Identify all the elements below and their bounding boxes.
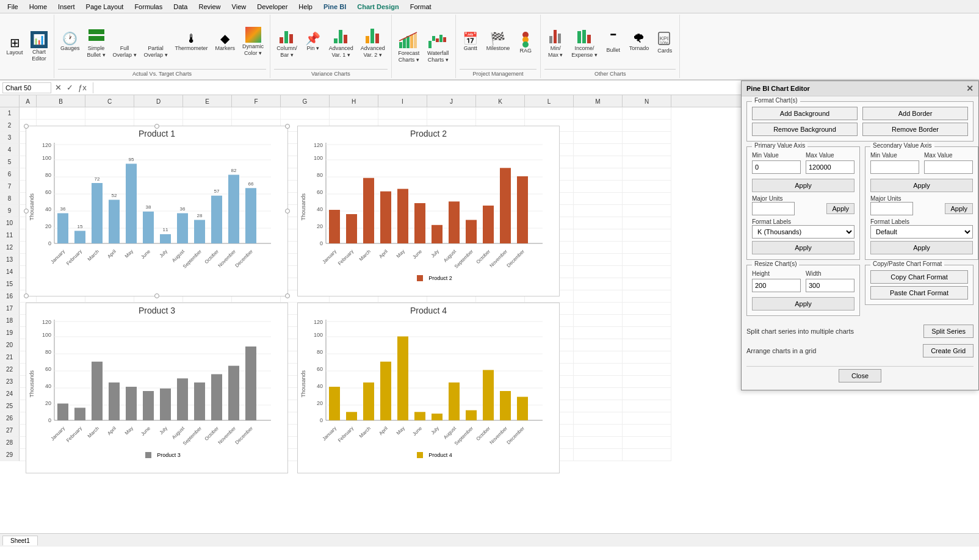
ribbon-milestone-btn[interactable]: 🏁 Milestone bbox=[484, 31, 513, 53]
ribbon-simple-bullet-btn[interactable]: SimpleBullet ▾ bbox=[85, 24, 108, 60]
ribbon-minmax-btn[interactable]: Min/Max ▾ bbox=[544, 24, 566, 60]
cell-11-n[interactable] bbox=[623, 229, 671, 242]
col-m[interactable]: M bbox=[574, 95, 623, 107]
resize-height-input[interactable] bbox=[752, 279, 801, 292]
cell-9-n[interactable] bbox=[623, 205, 671, 217]
cell-1-a[interactable] bbox=[20, 107, 37, 120]
primary-format-apply-btn[interactable]: Apply bbox=[752, 241, 854, 254]
function-btn[interactable]: ƒx bbox=[77, 83, 88, 92]
ribbon-layout-btn[interactable]: ⊞ Layout bbox=[4, 35, 26, 57]
menu-insert[interactable]: Insert bbox=[53, 2, 80, 12]
add-background-btn[interactable]: Add Background bbox=[752, 107, 858, 120]
ribbon-forecast-btn[interactable]: ForecastCharts ▾ bbox=[396, 29, 422, 65]
chart-product4[interactable]: Product 4 Thousands 0 20 40 60 80 bbox=[297, 303, 560, 473]
col-b[interactable]: B bbox=[37, 95, 85, 107]
copy-chart-format-btn[interactable]: Copy Chart Format bbox=[870, 270, 968, 284]
cell-1-b[interactable] bbox=[37, 107, 85, 120]
cell-1-k[interactable] bbox=[476, 107, 525, 120]
chart-product3[interactable]: Product 3 Thousands 0 20 40 60 80 bbox=[26, 303, 288, 473]
menu-chart-design[interactable]: Chart Design bbox=[352, 2, 403, 12]
col-c[interactable]: C bbox=[85, 95, 134, 107]
cell-4-n[interactable] bbox=[623, 144, 671, 156]
cell-10-n[interactable] bbox=[623, 217, 671, 229]
cell-1-j[interactable] bbox=[427, 107, 476, 120]
name-box[interactable] bbox=[2, 82, 51, 93]
menu-format[interactable]: Format bbox=[405, 2, 436, 12]
cell-8-n[interactable] bbox=[623, 193, 671, 205]
col-j[interactable]: J bbox=[427, 95, 476, 107]
create-grid-btn[interactable]: Create Grid bbox=[923, 344, 974, 357]
cell-18-n[interactable] bbox=[623, 315, 671, 327]
ribbon-dynamic-color-btn[interactable]: DynamicColor ▾ bbox=[240, 26, 266, 58]
handle-tr[interactable] bbox=[285, 124, 290, 129]
handle-ml[interactable] bbox=[24, 209, 29, 214]
cell-20-n[interactable] bbox=[623, 339, 671, 351]
ribbon-waterfall-btn[interactable]: WaterfallCharts ▾ bbox=[425, 29, 452, 65]
split-series-btn[interactable]: Split Series bbox=[923, 325, 974, 338]
col-g[interactable]: G bbox=[281, 95, 330, 107]
cell-22-n[interactable] bbox=[623, 364, 671, 376]
cell-1-d[interactable] bbox=[134, 107, 183, 120]
add-border-btn[interactable]: Add Border bbox=[862, 107, 968, 120]
ribbon-rag-btn[interactable]: RAG bbox=[515, 29, 536, 56]
cell-5-n[interactable] bbox=[623, 156, 671, 168]
cell-24-n[interactable] bbox=[623, 388, 671, 400]
cell-14-n[interactable] bbox=[623, 266, 671, 278]
menu-developer[interactable]: Developer bbox=[252, 2, 292, 12]
cell-12-n[interactable] bbox=[623, 242, 671, 254]
cell-1-e[interactable] bbox=[183, 107, 232, 120]
panel-close-btn[interactable]: ✕ bbox=[966, 84, 974, 93]
handle-br[interactable] bbox=[285, 293, 290, 298]
cell-13-n[interactable] bbox=[623, 254, 671, 266]
ribbon-pin-btn[interactable]: 📌 Pin ▾ bbox=[302, 31, 324, 53]
col-l[interactable]: L bbox=[525, 95, 574, 107]
ribbon-chart-editor-btn[interactable]: 📊 ChartEditor bbox=[28, 30, 50, 63]
cell-19-n[interactable] bbox=[623, 327, 671, 339]
resize-width-input[interactable] bbox=[806, 279, 854, 292]
cell-25-n[interactable] bbox=[623, 400, 671, 412]
col-n[interactable]: N bbox=[623, 95, 671, 107]
col-k[interactable]: K bbox=[476, 95, 525, 107]
ribbon-markers-btn[interactable]: ◆ Markers bbox=[213, 31, 238, 53]
close-btn[interactable]: Close bbox=[839, 369, 881, 382]
col-i[interactable]: I bbox=[378, 95, 427, 107]
ribbon-thermometer-btn[interactable]: 🌡 Thermometer bbox=[173, 31, 211, 53]
ribbon-cards-btn[interactable]: KPI 10% Cards bbox=[654, 29, 676, 56]
menu-help[interactable]: Help bbox=[294, 2, 317, 12]
primary-major-input[interactable] bbox=[752, 202, 795, 215]
primary-max-input[interactable] bbox=[806, 160, 854, 174]
cell-17-n[interactable] bbox=[623, 303, 671, 315]
primary-minmax-apply-btn[interactable]: Apply bbox=[752, 179, 854, 192]
secondary-min-input[interactable] bbox=[870, 160, 919, 174]
col-d[interactable]: D bbox=[134, 95, 183, 107]
menu-data[interactable]: Data bbox=[168, 2, 192, 12]
primary-min-input[interactable] bbox=[752, 160, 801, 174]
ribbon-partial-overlap-btn[interactable]: PartialOverlap ▾ bbox=[142, 24, 170, 60]
col-f[interactable]: F bbox=[232, 95, 281, 107]
menu-view[interactable]: View bbox=[227, 2, 251, 12]
menu-home[interactable]: Home bbox=[24, 2, 52, 12]
secondary-minmax-apply-btn[interactable]: Apply bbox=[870, 179, 973, 192]
sheet-tab-1[interactable]: Sheet1 bbox=[2, 536, 38, 545]
handle-bm[interactable] bbox=[154, 293, 159, 298]
menu-review[interactable]: Review bbox=[193, 2, 225, 12]
cancel-formula-btn[interactable]: ✕ bbox=[54, 83, 63, 92]
handle-mr[interactable] bbox=[285, 209, 290, 214]
handle-tl[interactable] bbox=[24, 124, 29, 129]
cell-26-n[interactable] bbox=[623, 412, 671, 425]
cell-1-l[interactable] bbox=[525, 107, 574, 120]
menu-page-layout[interactable]: Page Layout bbox=[81, 2, 129, 12]
ribbon-income-btn[interactable]: Income/Expense ▾ bbox=[569, 24, 600, 60]
cell-16-n[interactable] bbox=[623, 290, 671, 303]
cell-7-n[interactable] bbox=[623, 181, 671, 193]
confirm-formula-btn[interactable]: ✓ bbox=[65, 83, 74, 92]
ribbon-tornado-btn[interactable]: 🌪 Tornado bbox=[627, 31, 652, 53]
menu-pine-bi[interactable]: Pine BI bbox=[319, 2, 351, 12]
cell-3-n[interactable] bbox=[623, 132, 671, 144]
primary-format-select[interactable]: K (Thousands) Default M (Millions) B (Bi… bbox=[752, 225, 854, 239]
ribbon-gantt-btn[interactable]: 📅 Gantt bbox=[460, 31, 482, 53]
cell-2-n[interactable] bbox=[623, 120, 671, 132]
cell-28-n[interactable] bbox=[623, 437, 671, 449]
menu-formulas[interactable]: Formulas bbox=[129, 2, 167, 12]
col-h[interactable]: H bbox=[330, 95, 378, 107]
